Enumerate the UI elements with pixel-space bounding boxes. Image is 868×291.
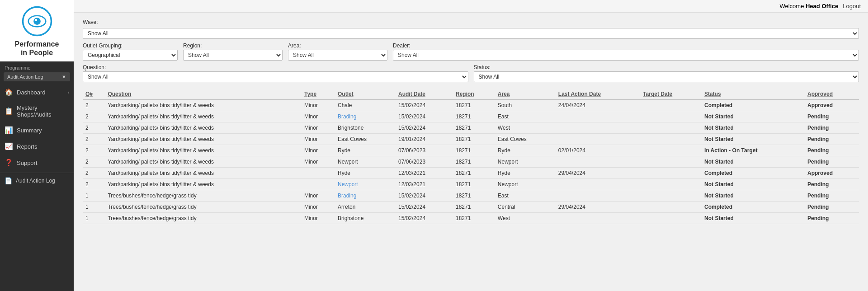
- cell-type: Minor: [302, 134, 335, 145]
- col-header-outlet[interactable]: Outlet: [335, 89, 396, 100]
- svg-point-2: [33, 18, 41, 25]
- cell-type: Minor: [302, 100, 335, 111]
- cell-outlet: Chale: [335, 100, 396, 111]
- cell-approved: Approved: [805, 100, 859, 111]
- cell-type: [302, 168, 335, 179]
- cell-status: Not Started: [702, 111, 805, 122]
- question-group: Question: Show All: [83, 64, 468, 82]
- sidebar-item-support[interactable]: ❓ Support: [0, 155, 74, 171]
- col-header-type[interactable]: Type: [302, 89, 335, 100]
- sidebar: Performancein People Programme Audit Act…: [0, 0, 74, 291]
- cell-type: [302, 179, 335, 190]
- cell-target-date: [640, 111, 702, 122]
- cell-audit-date: 15/02/2024: [396, 122, 453, 134]
- svg-point-3: [34, 19, 37, 21]
- sidebar-item-mystery-shops[interactable]: 📋 Mystery Shops/Audits: [0, 100, 74, 122]
- cell-outlet[interactable]: Brading: [335, 111, 396, 122]
- cell-target-date: [640, 168, 702, 179]
- cell-q: 2: [83, 179, 105, 190]
- col-header-q-num[interactable]: Q#: [83, 89, 105, 100]
- sidebar-item-reports[interactable]: 📈 Reports: [0, 138, 74, 155]
- col-header-approved[interactable]: Approved: [805, 89, 859, 100]
- cell-last-action-date: 29/04/2024: [556, 168, 640, 179]
- area-label: Area:: [288, 42, 387, 49]
- area-select[interactable]: Show All: [288, 50, 387, 61]
- cell-q: 2: [83, 145, 105, 156]
- cell-q: 2: [83, 168, 105, 179]
- col-header-question[interactable]: Question: [105, 89, 302, 100]
- cell-region: 18271: [453, 145, 495, 156]
- col-header-area[interactable]: Area: [495, 89, 556, 100]
- cell-area: South: [495, 100, 556, 111]
- data-table: Q# Question Type Outlet Audit Date Regio…: [83, 89, 859, 224]
- cell-last-action-date: [556, 213, 640, 224]
- dealer-group: Dealer: Show All: [393, 42, 859, 61]
- cell-region: 18271: [453, 111, 495, 122]
- cell-approved: Pending: [805, 111, 859, 122]
- cell-status: Completed: [702, 100, 805, 111]
- col-header-target-date[interactable]: Target Date: [640, 89, 702, 100]
- sidebar-item-support-label: Support: [17, 160, 38, 166]
- wave-label: Wave:: [83, 19, 98, 25]
- cell-q: 2: [83, 134, 105, 145]
- status-select[interactable]: Show All: [474, 71, 859, 82]
- cell-target-date: [640, 179, 702, 190]
- cell-audit-date: 15/02/2024: [396, 213, 453, 224]
- cell-status: Not Started: [702, 213, 805, 224]
- cell-type: Minor: [302, 145, 335, 156]
- col-header-region[interactable]: Region: [453, 89, 495, 100]
- cell-question: Yard/parking/ pallets/ bins tidy/litter …: [105, 168, 302, 179]
- cell-audit-date: 15/02/2024: [396, 202, 453, 213]
- table-row: 2 Yard/parking/ pallets/ bins tidy/litte…: [83, 122, 859, 134]
- region-select[interactable]: Show All: [183, 50, 283, 61]
- logout-button[interactable]: Logout: [843, 3, 861, 9]
- cell-approved: Pending: [805, 122, 859, 134]
- cell-q: 2: [83, 156, 105, 168]
- dealer-select[interactable]: Show All: [393, 50, 859, 61]
- col-header-last-action-date[interactable]: Last Action Date: [556, 89, 640, 100]
- cell-audit-date: 07/06/2023: [396, 145, 453, 156]
- wave-select[interactable]: Show All: [83, 28, 859, 39]
- sidebar-item-mystery-shops-label: Mystery Shops/Audits: [17, 104, 69, 118]
- sidebar-item-dashboard-label: Dashboard: [17, 89, 46, 96]
- cell-outlet[interactable]: Newport: [335, 179, 396, 190]
- cell-status: Not Started: [702, 190, 805, 202]
- cell-audit-date: 12/03/2021: [396, 168, 453, 179]
- cell-approved: Pending: [805, 145, 859, 156]
- cell-type: Minor: [302, 190, 335, 202]
- outlet-grouping-select[interactable]: Geographical: [83, 50, 178, 61]
- welcome-text: Welcome Head Office: [779, 3, 838, 9]
- cell-question: Yard/parking/ pallets/ bins tidy/litter …: [105, 100, 302, 111]
- programme-select[interactable]: Audit Action Log ▼: [4, 72, 70, 81]
- table-row: 2 Yard/parking/ pallets/ bins tidy/litte…: [83, 145, 859, 156]
- table-row: 1 Trees/bushes/fence/hedge/grass tidy Mi…: [83, 190, 859, 202]
- cell-q: 1: [83, 213, 105, 224]
- cell-status: In Action - On Target: [702, 145, 805, 156]
- sidebar-item-summary[interactable]: 📊 Summary: [0, 122, 74, 138]
- col-header-audit-date[interactable]: Audit Date: [396, 89, 453, 100]
- content-area: Wave: Show All Outlet Grouping: Geograph…: [74, 13, 868, 291]
- cell-target-date: [640, 145, 702, 156]
- sidebar-item-audit-action-log[interactable]: 📄 Audit Action Log: [0, 173, 74, 188]
- question-select[interactable]: Show All: [83, 71, 468, 82]
- audit-log-icon: 📄: [5, 177, 12, 184]
- cell-q: 1: [83, 202, 105, 213]
- cell-last-action-date: [556, 134, 640, 145]
- cell-question: Trees/bushes/fence/hedge/grass tidy: [105, 202, 302, 213]
- topbar: Welcome Head Office Logout: [74, 0, 868, 13]
- cell-area: East: [495, 190, 556, 202]
- wave-filter-row: Wave:: [83, 19, 859, 25]
- cell-question: Yard/parking/ pallets/ bins tidy/litter …: [105, 134, 302, 145]
- cell-region: 18271: [453, 168, 495, 179]
- cell-question: Yard/parking/ pallets/ bins tidy/litter …: [105, 111, 302, 122]
- cell-outlet: East Cowes: [335, 134, 396, 145]
- cell-last-action-date: [556, 190, 640, 202]
- status-group: Status: Show All: [474, 64, 859, 82]
- cell-area: Ryde: [495, 145, 556, 156]
- cell-region: 18271: [453, 122, 495, 134]
- sidebar-item-dashboard[interactable]: 🏠 Dashboard ›: [0, 84, 74, 100]
- cell-q: 2: [83, 111, 105, 122]
- cell-area: Central: [495, 202, 556, 213]
- col-header-status[interactable]: Status: [702, 89, 805, 100]
- cell-outlet[interactable]: Brading: [335, 190, 396, 202]
